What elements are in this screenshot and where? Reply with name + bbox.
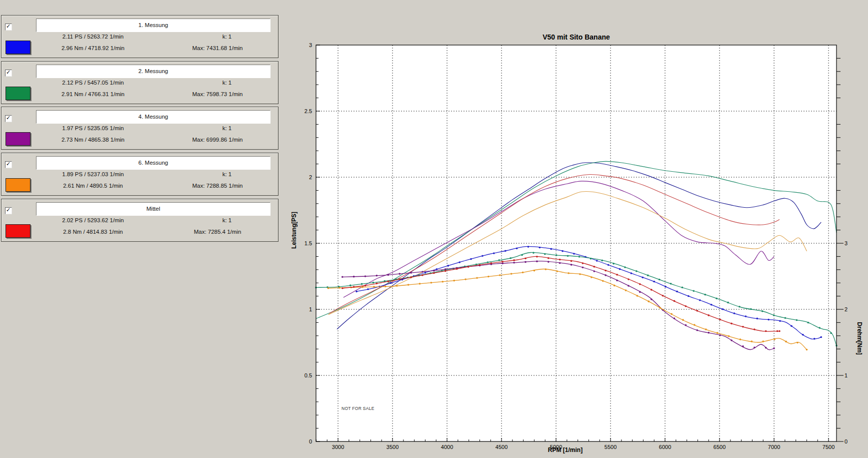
- data-point-marker: [582, 262, 584, 264]
- data-point-marker: [559, 259, 561, 261]
- data-point-marker: [388, 274, 390, 276]
- data-point-marker: [742, 345, 744, 347]
- data-point-marker: [361, 283, 363, 285]
- data-point-marker: [384, 285, 386, 287]
- x-tick-label: 3000: [332, 444, 344, 450]
- data-point-marker: [705, 328, 707, 330]
- data-point-marker: [502, 261, 504, 263]
- data-point-marker: [602, 280, 604, 282]
- data-point-marker: [422, 274, 424, 276]
- data-point-marker: [582, 266, 584, 268]
- x-tick-label: 5500: [604, 444, 616, 450]
- data-point-marker: [522, 271, 524, 273]
- y-right-tick-label: 1: [844, 372, 848, 378]
- data-point-marker: [734, 312, 736, 314]
- data-point-marker: [616, 279, 618, 281]
- data-point-marker: [536, 256, 538, 258]
- data-point-marker: [488, 276, 490, 278]
- data-point-marker: [516, 248, 518, 250]
- watermark-text: NOT FOR SALE: [342, 406, 374, 411]
- data-point-marker: [776, 330, 778, 332]
- data-point-marker: [376, 275, 378, 277]
- data-point-marker: [818, 327, 820, 329]
- data-point-marker: [362, 286, 364, 288]
- data-point-marker: [536, 260, 538, 262]
- data-point-marker: [444, 270, 446, 272]
- data-point-marker: [579, 273, 581, 275]
- data-point-marker: [806, 349, 808, 351]
- data-point-marker: [796, 342, 798, 344]
- data-point-marker: [630, 272, 632, 274]
- data-point-marker: [740, 338, 742, 340]
- y-left-tick-label: 3: [309, 42, 312, 48]
- chart-title: V50 mit Sito Banane: [542, 33, 610, 41]
- data-point-marker: [636, 270, 638, 272]
- x-tick-label: 4500: [496, 444, 508, 450]
- data-point-marker: [524, 257, 526, 259]
- data-point-marker: [722, 308, 724, 310]
- data-point-marker: [636, 295, 638, 297]
- data-point-marker: [590, 258, 592, 260]
- data-point-marker: [493, 252, 495, 254]
- data-point-marker: [716, 297, 718, 299]
- x-tick-label: 6000: [659, 444, 671, 450]
- data-point-marker: [682, 287, 684, 289]
- data-point-marker: [444, 268, 446, 270]
- data-point-marker: [688, 295, 690, 297]
- y-left-axis-label: Leistung[PS]: [290, 212, 298, 249]
- data-point-marker: [550, 248, 552, 250]
- data-point-marker: [556, 254, 558, 256]
- data-point-marker: [614, 285, 616, 287]
- data-point-marker: [830, 332, 832, 334]
- data-point-marker: [730, 339, 732, 341]
- data-point-marker: [396, 285, 398, 287]
- data-point-marker: [796, 319, 798, 321]
- data-point-marker: [696, 329, 698, 331]
- data-point-marker: [696, 310, 698, 312]
- data-point-marker: [642, 276, 644, 278]
- data-point-marker: [708, 332, 710, 334]
- data-point-marker: [548, 257, 550, 259]
- data-point-marker: [570, 264, 572, 266]
- data-point-marker: [674, 300, 676, 302]
- data-point-marker: [664, 286, 666, 288]
- data-point-marker: [685, 324, 687, 326]
- data-point-marker: [453, 280, 455, 282]
- data-point-marker: [464, 278, 466, 280]
- data-point-marker: [470, 258, 472, 260]
- data-point-marker: [773, 347, 775, 349]
- data-point-marker: [433, 272, 435, 274]
- data-point-marker: [693, 290, 695, 292]
- data-point-marker: [590, 276, 592, 278]
- data-point-marker: [676, 291, 678, 293]
- data-point-marker: [534, 270, 536, 272]
- data-point-marker: [728, 335, 730, 337]
- data-point-marker: [364, 285, 366, 287]
- data-point-marker: [556, 270, 558, 272]
- data-point-marker: [487, 261, 489, 263]
- data-point-marker: [762, 340, 764, 342]
- data-point-marker: [604, 274, 606, 276]
- data-point-marker: [524, 261, 526, 263]
- data-point-marker: [422, 271, 424, 273]
- data-point-marker: [398, 273, 400, 275]
- data-point-marker: [364, 275, 366, 277]
- data-point-marker: [328, 287, 330, 289]
- data-point-marker: [670, 283, 672, 285]
- y-right-tick-label: 0: [844, 438, 848, 444]
- data-point-marker: [353, 276, 355, 278]
- data-point-marker: [504, 250, 506, 252]
- data-point-marker: [625, 289, 627, 291]
- data-point-marker: [528, 246, 530, 248]
- data-point-marker: [424, 272, 426, 274]
- data-point-marker: [436, 268, 438, 270]
- y-left-tick-label: 1: [309, 306, 312, 312]
- data-point-marker: [578, 256, 580, 258]
- data-point-marker: [458, 261, 460, 263]
- data-point-marker: [548, 261, 550, 263]
- data-point-marker: [350, 284, 352, 286]
- data-point-marker: [647, 274, 649, 276]
- data-point-marker: [742, 326, 744, 328]
- data-point-marker: [773, 314, 775, 316]
- data-point-marker: [532, 252, 534, 254]
